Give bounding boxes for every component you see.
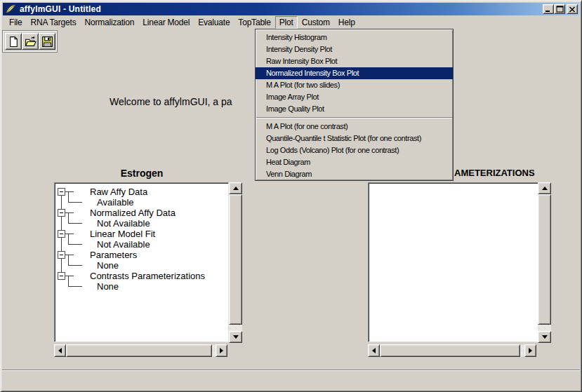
plot-menu-item-raw-intensity-box-plot[interactable]: Raw Intensity Box Plot [256,55,453,67]
tree-node-status[interactable]: Not Available [97,239,150,250]
tree-node-label[interactable]: Parameters [90,250,137,260]
right-vertical-scrollbar[interactable] [538,182,551,343]
tk-feather-icon [5,4,16,14]
tree-node-status[interactable]: Available [97,197,134,208]
tree-line [68,192,69,203]
toolbar [2,30,58,53]
tree-line [68,286,82,287]
scrollbar-thumb[interactable] [229,194,242,325]
plot-dropdown-menu: Intensity Histogram Intensity Density Pl… [255,29,454,181]
plot-menu-item-image-array-plot[interactable]: Image Array Plot [256,91,453,103]
scroll-down-button[interactable] [229,331,242,343]
scrollbar-thumb[interactable] [380,344,520,357]
tree-line [65,191,74,192]
scroll-left-button[interactable] [368,344,380,357]
menubar-item-plot[interactable]: Plot [275,16,298,29]
tree-line [65,276,74,276]
tree-node-contrasts-parameterizations: Contrasts Parameterizations None [56,271,227,292]
maximize-button[interactable] [554,4,565,14]
scroll-right-button[interactable] [524,344,536,357]
maximize-icon [556,6,564,13]
plot-menu-item-ma-plot-one-contrast[interactable]: M A Plot (for one contrast) [256,121,453,133]
save-file-button[interactable] [39,33,55,50]
plot-menu-item-venn-diagram[interactable]: Venn Diagram [256,168,453,180]
plot-menu-item-ma-plot-two-slides[interactable]: M A Plot (for two slides) [256,79,453,91]
left-panel-title: Estrogen [54,168,230,179]
app-window: affylmGUI - Untitled File RNA Targets No… [0,0,582,392]
window-controls [543,4,578,14]
scrollbar-thumb[interactable] [66,344,212,357]
right-arrow-icon [529,348,532,353]
down-arrow-icon [233,335,239,339]
menu-bar: File RNA Targets Normalization Linear Mo… [2,15,580,29]
menubar-item-file[interactable]: File [5,16,27,29]
tree-line [61,217,62,231]
status-bar [2,371,580,390]
tree-line [68,234,69,245]
new-file-button[interactable] [5,33,22,50]
menubar-item-rna-targets[interactable]: RNA Targets [27,16,81,29]
plot-menu-item-intensity-density-plot[interactable]: Intensity Density Plot [256,43,453,55]
plot-menu-item-qq-t-statistic-plot[interactable]: Quantile-Quantile t Statistic Plot (for … [256,133,453,144]
tree-node-linear-model-fit: Linear Model Fit Not Available [56,229,227,250]
tree-line [61,259,62,273]
scroll-up-button[interactable] [229,182,242,194]
status-tree: Raw Affy Data Available Normalized Affy … [56,185,227,340]
plot-menu-item-intensity-histogram[interactable]: Intensity Histogram [256,32,453,43]
tree-line [68,213,69,224]
scroll-up-button[interactable] [538,182,551,194]
tree-node-status[interactable]: None [97,281,119,292]
plot-menu-item-volcano-plot[interactable]: Log Odds (Volcano) Plot (for one contras… [256,144,453,156]
menubar-item-linear-model[interactable]: Linear Model [138,16,194,29]
collapse-toggle-icon[interactable] [58,230,65,238]
menubar-item-help[interactable]: Help [334,16,359,29]
tree-line [65,255,74,255]
open-file-button[interactable] [22,33,39,50]
right-horizontal-scrollbar[interactable] [368,344,536,357]
tree-node-label[interactable]: Raw Affy Data [90,187,147,197]
tree-line [68,202,82,203]
scrollbar-thumb[interactable] [538,194,551,325]
title-bar[interactable]: affylmGUI - Untitled [3,3,579,15]
tree-node-label[interactable]: Linear Model Fit [90,229,155,239]
collapse-toggle-icon[interactable] [58,251,65,259]
collapse-toggle-icon[interactable] [58,188,65,196]
tree-node-label[interactable]: Contrasts Parameterizations [90,271,205,281]
tree-node-status[interactable]: Not Available [97,218,150,229]
plot-menu-item-heat-diagram[interactable]: Heat Diagram [256,156,453,168]
right-arrow-icon [220,348,223,353]
menubar-item-evaluate[interactable]: Evaluate [194,16,234,29]
tree-node-status[interactable]: None [97,260,119,271]
menubar-item-custom[interactable]: Custom [298,16,334,29]
tree-node-label[interactable]: Normalized Affy Data [90,208,176,218]
scroll-left-button[interactable] [54,344,66,357]
collapse-toggle-icon[interactable] [58,209,65,217]
minimize-button[interactable] [543,4,554,14]
tree-line [68,255,69,266]
menubar-item-toptable[interactable]: TopTable [234,16,275,29]
collapse-toggle-icon[interactable] [58,272,65,280]
status-tree-listbox[interactable]: Raw Affy Data Available Normalized Affy … [54,182,229,342]
minimize-icon [545,6,552,13]
menubar-item-normalization[interactable]: Normalization [81,16,139,29]
window-title: affylmGUI - Untitled [20,4,101,14]
tree-line [61,238,62,252]
tree-node-parameters: Parameters None [56,250,227,271]
close-icon [569,6,576,13]
contrasts-listbox[interactable] [368,182,538,342]
menu-separator [256,117,452,119]
tree-line [61,196,62,210]
tree-node-normalized-affy-data: Normalized Affy Data Not Available [56,208,227,229]
tree-line [65,212,74,213]
scroll-right-button[interactable] [216,344,227,357]
up-arrow-icon [233,187,239,190]
save-floppy-icon [41,36,53,48]
welcome-text: Welcome to affylmGUI, a pa [110,96,232,107]
left-arrow-icon [372,348,376,353]
plot-menu-item-image-quality-plot[interactable]: Image Quality Plot [256,103,453,115]
plot-menu-item-normalized-intensity-box-plot[interactable]: Normalized Intensity Box Plot [256,67,453,79]
close-button[interactable] [567,4,578,14]
left-horizontal-scrollbar[interactable] [54,344,227,357]
scroll-down-button[interactable] [538,331,551,343]
left-vertical-scrollbar[interactable] [229,182,242,343]
